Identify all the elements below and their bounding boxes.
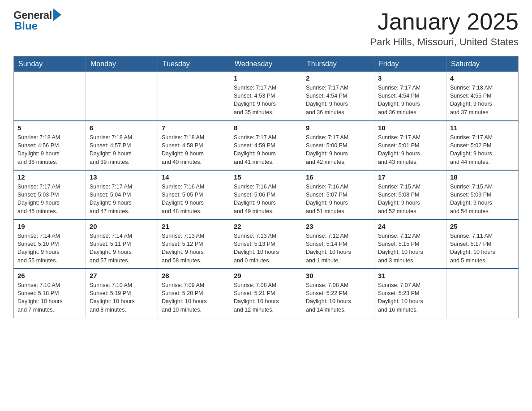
calendar-cell: 14Sunrise: 7:16 AM Sunset: 5:05 PM Dayli… [158,170,230,219]
day-info: Sunrise: 7:08 AM Sunset: 5:21 PM Dayligh… [234,281,298,314]
calendar-cell: 8Sunrise: 7:17 AM Sunset: 4:59 PM Daylig… [230,121,302,170]
calendar-cell: 5Sunrise: 7:18 AM Sunset: 4:56 PM Daylig… [14,121,86,170]
day-number: 17 [378,173,442,181]
day-number: 8 [234,124,298,132]
day-info: Sunrise: 7:11 AM Sunset: 5:17 PM Dayligh… [450,232,515,265]
day-number: 20 [90,223,154,230]
calendar-cell: 11Sunrise: 7:17 AM Sunset: 5:02 PM Dayli… [446,121,519,170]
weekday-header-friday: Friday [374,56,446,72]
day-number: 13 [90,173,154,181]
calendar-week-row: 5Sunrise: 7:18 AM Sunset: 4:56 PM Daylig… [14,121,519,170]
day-info: Sunrise: 7:10 AM Sunset: 5:18 PM Dayligh… [17,281,82,314]
day-info: Sunrise: 7:07 AM Sunset: 5:23 PM Dayligh… [378,281,442,314]
day-number: 14 [162,173,226,181]
calendar-cell: 4Sunrise: 7:18 AM Sunset: 4:55 PM Daylig… [446,72,519,121]
calendar-cell: 21Sunrise: 7:13 AM Sunset: 5:12 PM Dayli… [158,219,230,269]
calendar-cell: 6Sunrise: 7:18 AM Sunset: 4:57 PM Daylig… [86,121,158,170]
day-info: Sunrise: 7:18 AM Sunset: 4:58 PM Dayligh… [162,133,226,166]
location-text: Park Hills, Missouri, United States [370,36,519,48]
day-number: 23 [306,223,370,230]
calendar-cell [14,72,86,121]
day-info: Sunrise: 7:16 AM Sunset: 5:07 PM Dayligh… [306,183,370,215]
day-number: 28 [162,272,226,279]
calendar-header: SundayMondayTuesdayWednesdayThursdayFrid… [14,56,519,72]
day-info: Sunrise: 7:17 AM Sunset: 5:01 PM Dayligh… [378,133,442,166]
day-number: 7 [162,124,226,132]
weekday-header-row: SundayMondayTuesdayWednesdayThursdayFrid… [14,56,519,72]
day-info: Sunrise: 7:17 AM Sunset: 5:02 PM Dayligh… [450,133,515,166]
month-title: January 2025 [370,9,519,34]
calendar-week-row: 1Sunrise: 7:17 AM Sunset: 4:53 PM Daylig… [14,72,519,121]
calendar-cell: 9Sunrise: 7:17 AM Sunset: 5:00 PM Daylig… [302,121,374,170]
day-info: Sunrise: 7:14 AM Sunset: 5:11 PM Dayligh… [90,232,154,265]
day-number: 24 [378,223,442,230]
calendar-cell: 3Sunrise: 7:17 AM Sunset: 4:54 PM Daylig… [374,72,446,121]
calendar-cell: 13Sunrise: 7:17 AM Sunset: 5:04 PM Dayli… [86,170,158,219]
day-info: Sunrise: 7:18 AM Sunset: 4:55 PM Dayligh… [450,84,515,116]
calendar-cell: 23Sunrise: 7:12 AM Sunset: 5:14 PM Dayli… [302,219,374,269]
day-number: 2 [306,74,370,82]
day-number: 10 [378,124,442,132]
day-number: 6 [90,124,154,132]
calendar-cell: 20Sunrise: 7:14 AM Sunset: 5:11 PM Dayli… [86,219,158,269]
calendar-cell: 12Sunrise: 7:17 AM Sunset: 5:03 PM Dayli… [14,170,86,219]
day-number: 11 [450,124,515,132]
day-number: 29 [234,272,298,279]
day-info: Sunrise: 7:18 AM Sunset: 4:56 PM Dayligh… [17,133,82,166]
weekday-header-saturday: Saturday [446,56,519,72]
day-number: 26 [17,272,82,279]
calendar-cell: 7Sunrise: 7:18 AM Sunset: 4:58 PM Daylig… [158,121,230,170]
calendar-cell [86,72,158,121]
calendar-cell: 25Sunrise: 7:11 AM Sunset: 5:17 PM Dayli… [446,219,519,269]
calendar-cell: 26Sunrise: 7:10 AM Sunset: 5:18 PM Dayli… [14,269,86,318]
calendar-cell: 15Sunrise: 7:16 AM Sunset: 5:06 PM Dayli… [230,170,302,219]
day-info: Sunrise: 7:15 AM Sunset: 5:08 PM Dayligh… [378,183,442,215]
calendar-cell: 24Sunrise: 7:12 AM Sunset: 5:15 PM Dayli… [374,219,446,269]
day-info: Sunrise: 7:17 AM Sunset: 5:04 PM Dayligh… [90,183,154,215]
weekday-header-monday: Monday [86,56,158,72]
day-number: 12 [17,173,82,181]
calendar-table: SundayMondayTuesdayWednesdayThursdayFrid… [13,56,519,318]
calendar-cell: 19Sunrise: 7:14 AM Sunset: 5:10 PM Dayli… [14,219,86,269]
calendar-cell: 28Sunrise: 7:09 AM Sunset: 5:20 PM Dayli… [158,269,230,318]
calendar-cell: 1Sunrise: 7:17 AM Sunset: 4:53 PM Daylig… [230,72,302,121]
day-info: Sunrise: 7:12 AM Sunset: 5:14 PM Dayligh… [306,232,370,265]
day-info: Sunrise: 7:14 AM Sunset: 5:10 PM Dayligh… [17,232,82,265]
day-info: Sunrise: 7:16 AM Sunset: 5:06 PM Dayligh… [234,183,298,215]
calendar-body: 1Sunrise: 7:17 AM Sunset: 4:53 PM Daylig… [14,72,519,318]
day-number: 19 [17,223,82,230]
weekday-header-tuesday: Tuesday [158,56,230,72]
day-info: Sunrise: 7:09 AM Sunset: 5:20 PM Dayligh… [162,281,226,314]
calendar-week-row: 19Sunrise: 7:14 AM Sunset: 5:10 PM Dayli… [14,219,519,269]
logo-blue-text: Blue [14,20,38,32]
logo: General Blue [13,9,61,32]
day-number: 27 [90,272,154,279]
day-info: Sunrise: 7:13 AM Sunset: 5:12 PM Dayligh… [162,232,226,265]
day-info: Sunrise: 7:13 AM Sunset: 5:13 PM Dayligh… [234,232,298,265]
day-info: Sunrise: 7:17 AM Sunset: 4:59 PM Dayligh… [234,133,298,166]
day-info: Sunrise: 7:08 AM Sunset: 5:22 PM Dayligh… [306,281,370,314]
day-info: Sunrise: 7:10 AM Sunset: 5:19 PM Dayligh… [90,281,154,314]
day-number: 3 [378,74,442,82]
day-number: 21 [162,223,226,230]
day-info: Sunrise: 7:17 AM Sunset: 4:54 PM Dayligh… [306,84,370,116]
day-number: 5 [17,124,82,132]
calendar-cell: 27Sunrise: 7:10 AM Sunset: 5:19 PM Dayli… [86,269,158,318]
day-number: 25 [450,223,515,230]
day-info: Sunrise: 7:15 AM Sunset: 5:09 PM Dayligh… [450,183,515,215]
day-info: Sunrise: 7:18 AM Sunset: 4:57 PM Dayligh… [90,133,154,166]
title-block: January 2025 Park Hills, Missouri, Unite… [370,9,519,48]
page-header: General Blue January 2025 Park Hills, Mi… [13,9,519,48]
day-number: 9 [306,124,370,132]
day-info: Sunrise: 7:17 AM Sunset: 5:00 PM Dayligh… [306,133,370,166]
calendar-cell [158,72,230,121]
calendar-cell: 2Sunrise: 7:17 AM Sunset: 4:54 PM Daylig… [302,72,374,121]
calendar-week-row: 12Sunrise: 7:17 AM Sunset: 5:03 PM Dayli… [14,170,519,219]
day-info: Sunrise: 7:17 AM Sunset: 5:03 PM Dayligh… [17,183,82,215]
calendar-cell: 10Sunrise: 7:17 AM Sunset: 5:01 PM Dayli… [374,121,446,170]
calendar-cell: 22Sunrise: 7:13 AM Sunset: 5:13 PM Dayli… [230,219,302,269]
logo-triangle-icon [53,9,61,21]
weekday-header-sunday: Sunday [14,56,86,72]
day-info: Sunrise: 7:12 AM Sunset: 5:15 PM Dayligh… [378,232,442,265]
weekday-header-thursday: Thursday [302,56,374,72]
